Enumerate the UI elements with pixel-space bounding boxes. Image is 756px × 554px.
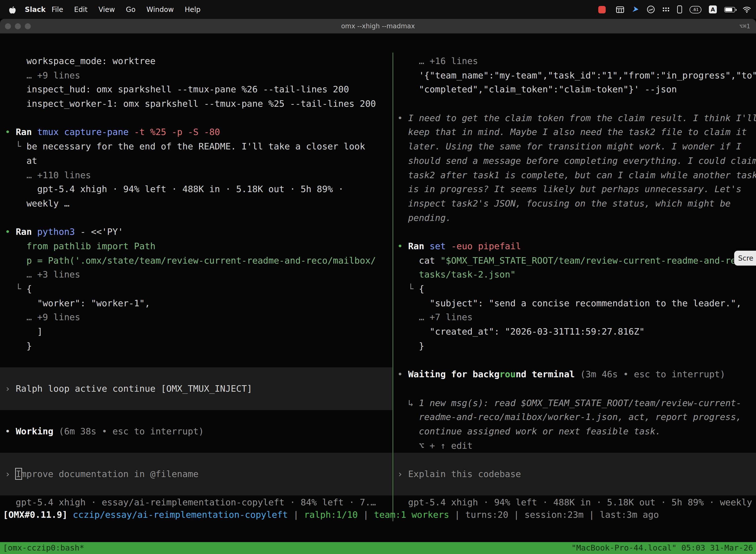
terminal-text: •: [5, 426, 16, 436]
terminal-text: |: [288, 509, 304, 520]
wifi-icon[interactable]: [743, 6, 751, 13]
terminal-window: omx --xhigh --madmax ⌥⌘1 workspace_mode:…: [0, 19, 756, 554]
terminal-line: gpt-5.4 xhigh · 94% left · 488K in · 5.1…: [0, 182, 392, 196]
terminal-text: set: [430, 241, 451, 251]
dark-app-icon[interactable]: [647, 5, 655, 13]
terminal-text: |: [584, 509, 600, 520]
terminal-line: … +16 lines: [393, 54, 756, 68]
menu-bar: Slack File Edit View Go Window Help: [0, 0, 756, 19]
terminal-text: at: [5, 155, 37, 166]
terminal-line: [0, 353, 392, 367]
terminal-text: -t %25 -p -S -80: [134, 127, 220, 137]
terminal-text: gpt-5.4 xhigh · 94% left · 488K in · 5.1…: [5, 184, 343, 194]
menu-item-view[interactable]: View: [99, 5, 115, 13]
terminal-line: workspace_mode: worktree: [0, 54, 392, 68]
terminal-line: [393, 481, 756, 495]
tmux-pane-left: workspace_mode: worktree … +9 lines insp…: [0, 53, 392, 521]
terminal-text: gpt-5.4 xhigh · essay/ai-reimplementatio…: [5, 497, 376, 508]
terminal-line: continue assigned work or next feasible …: [393, 425, 756, 439]
device-icon[interactable]: [677, 5, 682, 13]
input-source-icon[interactable]: A: [709, 5, 717, 13]
terminal-text: •: [397, 369, 408, 379]
terminal-text: team:1 workers: [374, 509, 449, 520]
terminal-line: [0, 367, 392, 382]
app-grid-icon[interactable]: [662, 7, 670, 12]
terminal-text: [397, 255, 419, 265]
terminal-line: keep that in mind. Maybe I also need the…: [393, 125, 756, 140]
terminal-text: rou: [500, 369, 516, 379]
terminal-text: ›: [5, 468, 16, 479]
terminal-line: weekly …: [0, 197, 392, 211]
menu-item-go[interactable]: Go: [126, 5, 136, 13]
terminal-text: … +9 lines: [5, 312, 80, 322]
terminal-text: └: [397, 283, 419, 294]
terminal-text: {: [419, 283, 424, 294]
terminal-line: ↳ 1 new msg(s): read $OMX_TEAM_STATE_ROO…: [393, 396, 756, 410]
terminal-text: ↳: [397, 397, 419, 408]
terminal-line: at: [0, 154, 392, 168]
composer-suggestion-row[interactable]: › Explain this codebase: [393, 467, 756, 481]
terminal-text: workspace_mode: worktree: [5, 56, 155, 66]
terminal-line: [393, 353, 756, 367]
terminal-line: inspect_worker-1: omx sparkshell --tmux-…: [0, 97, 392, 111]
terminal-text: ›: [5, 383, 16, 394]
battery-icon[interactable]: [724, 7, 735, 12]
terminal-text: Ran: [16, 127, 37, 137]
terminal-text: cczip/essay/ai-reimplementation-copyleft: [73, 509, 288, 520]
terminal-text: Ran: [16, 227, 37, 237]
app-menu[interactable]: Slack: [25, 5, 46, 13]
terminal-text: later. Using the same for transition mig…: [397, 141, 741, 151]
menu-bar-status-icons: .61 A: [598, 0, 751, 19]
composer-input-row[interactable]: › Improve documentation in @filename: [0, 467, 392, 481]
terminal-text: └: [5, 141, 26, 151]
terminal-text: ⌥ + ↑ edit: [397, 440, 472, 450]
window-title-bar[interactable]: omx --xhigh --madmax ⌥⌘1: [0, 19, 756, 34]
menu-item-window[interactable]: Window: [146, 5, 174, 13]
window-grid-icon[interactable]: [616, 6, 624, 13]
terminal-line: "worker": "worker-1",: [0, 296, 392, 310]
terminal-text: continue assigned work or next feasible …: [397, 426, 661, 436]
terminal-line: … +7 lines: [393, 311, 756, 325]
screen-notification[interactable]: Scre: [734, 251, 756, 266]
terminal-line: • Ran set -euo pipefail: [393, 239, 756, 254]
terminal-text: inspect_worker-1: omx sparkshell --tmux-…: [5, 98, 376, 109]
terminal-text: Ralph loop active continue [OMX_TMUX_INJ…: [16, 383, 252, 394]
terminal-line: is in progress? It seems likely but perh…: [393, 182, 756, 196]
terminal-text: mprove documentation in @filename: [21, 468, 198, 479]
menu-item-help[interactable]: Help: [185, 5, 201, 13]
terminal-text: be necessary for the end of the README. …: [26, 141, 365, 151]
terminal-line: should send a message before completing …: [393, 154, 756, 168]
desktop: Slack File Edit View Go Window Help: [0, 0, 756, 554]
terminal-line: • Waiting for background terminal (3m 46…: [393, 367, 756, 382]
terminal-line: task2 after task1 is complete, but can I…: [393, 168, 756, 182]
tmux-host-clock: "MacBook-Pro-44.local" 05:03 31-Mar-26: [571, 542, 753, 554]
terminal-text: pending.: [397, 212, 451, 223]
terminal-line: └ {: [0, 282, 392, 296]
terminal-line: [393, 382, 756, 396]
terminal-line: [0, 481, 392, 495]
terminal-text: Working: [16, 426, 59, 436]
terminal-line: "subject": "send a concise recommendatio…: [393, 296, 756, 310]
terminal-text: -euo pipefail: [451, 241, 521, 251]
terminal-text: Explain this codebase: [408, 468, 521, 479]
menu-item-edit[interactable]: Edit: [74, 5, 87, 13]
terminal-line: [0, 453, 392, 467]
stat-meter-icon[interactable]: .61: [690, 6, 701, 13]
terminal-text: keep that in mind. Maybe I also need the…: [397, 127, 747, 137]
terminal-line: tasks/task-2.json": [393, 268, 756, 282]
terminal-line: p = Path('.omx/state/team/review-current…: [0, 254, 392, 268]
terminal-line: └ {: [393, 282, 756, 296]
blue-app-icon[interactable]: [631, 5, 639, 13]
screen-record-icon[interactable]: [598, 6, 606, 13]
terminal-line: cat "$OMX_TEAM_STATE_ROOT/team/review-cu…: [393, 254, 756, 268]
menu-item-file[interactable]: File: [52, 5, 63, 13]
terminal-text: task2 after task1 is complete, but can I…: [397, 170, 756, 180]
apple-menu-icon[interactable]: [9, 5, 16, 14]
terminal-line: … +9 lines: [0, 311, 392, 325]
terminal-text: "completed","claim_token":"claim-token"}…: [397, 84, 677, 95]
terminal-line: later. Using the same for transition mig…: [393, 140, 756, 154]
terminal-text: gpt-5.4 xhigh · 94% left · 488K in · 5.1…: [397, 497, 756, 508]
terminal-text: 1 new msg(s): read $OMX_TEAM_STATE_ROOT/…: [419, 397, 741, 408]
terminal-line: └ be necessary for the end of the README…: [0, 140, 392, 154]
terminal-text: {: [26, 283, 32, 294]
